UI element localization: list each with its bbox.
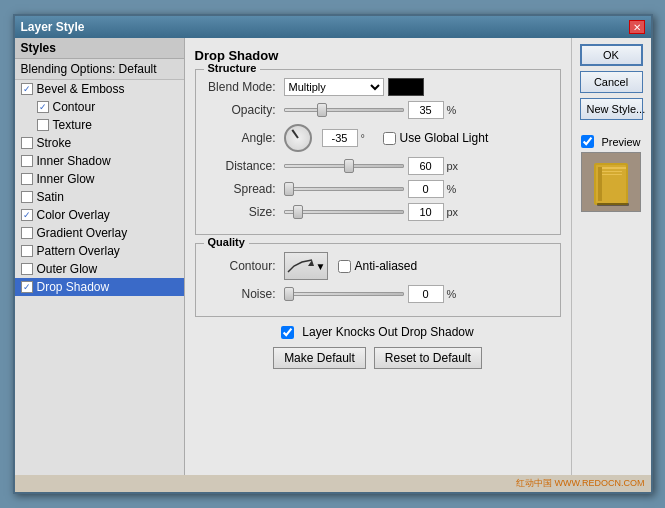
- label-inner-glow: Inner Glow: [37, 172, 95, 186]
- blend-mode-select[interactable]: Multiply: [284, 78, 384, 96]
- sidebar-item-inner-shadow[interactable]: Inner Shadow: [15, 152, 184, 170]
- label-pattern-overlay: Pattern Overlay: [37, 244, 120, 258]
- spread-input[interactable]: [408, 180, 444, 198]
- opacity-unit: %: [447, 104, 463, 116]
- size-input[interactable]: [408, 203, 444, 221]
- anti-aliased-checkbox[interactable]: [338, 260, 351, 273]
- sidebar-item-inner-glow[interactable]: Inner Glow: [15, 170, 184, 188]
- watermark: 红动中国 WWW.REDOCN.COM: [15, 475, 651, 492]
- shadow-color-swatch[interactable]: [388, 78, 424, 96]
- spread-slider[interactable]: [284, 181, 404, 197]
- bottom-buttons: Make Default Reset to Default: [195, 347, 561, 369]
- quality-group-label: Quality: [204, 236, 249, 248]
- structure-group-label: Structure: [204, 62, 261, 74]
- distance-slider[interactable]: [284, 158, 404, 174]
- use-global-light-checkbox[interactable]: [383, 132, 396, 145]
- styles-header: Styles: [15, 38, 184, 59]
- svg-rect-3: [598, 167, 602, 201]
- spread-unit: %: [447, 183, 463, 195]
- sidebar-item-color-overlay[interactable]: Color Overlay: [15, 206, 184, 224]
- contour-row: Contour: ▼ Anti-aliased: [206, 252, 550, 280]
- checkbox-bevel-emboss[interactable]: [21, 83, 33, 95]
- anti-aliased-label[interactable]: Anti-aliased: [338, 259, 418, 273]
- checkbox-drop-shadow[interactable]: [21, 281, 33, 293]
- left-panel: Styles Blending Options: Default Bevel &…: [15, 38, 185, 475]
- quality-group: Quality Contour: ▼: [195, 243, 561, 317]
- checkbox-contour[interactable]: [37, 101, 49, 113]
- opacity-label: Opacity:: [206, 103, 276, 117]
- label-contour: Contour: [53, 100, 96, 114]
- sidebar-item-drop-shadow[interactable]: Drop Shadow: [15, 278, 184, 296]
- svg-rect-6: [602, 174, 622, 175]
- label-stroke: Stroke: [37, 136, 72, 150]
- opacity-row: Opacity: %: [206, 101, 550, 119]
- label-color-overlay: Color Overlay: [37, 208, 110, 222]
- checkbox-inner-glow[interactable]: [21, 173, 33, 185]
- sidebar-item-outer-glow[interactable]: Outer Glow: [15, 260, 184, 278]
- spread-label: Spread:: [206, 182, 276, 196]
- size-unit: px: [447, 206, 463, 218]
- checkbox-stroke[interactable]: [21, 137, 33, 149]
- new-style-button[interactable]: New Style...: [580, 98, 643, 120]
- layer-knocks-row: Layer Knocks Out Drop Shadow: [195, 325, 561, 339]
- preview-checkbox[interactable]: [581, 135, 594, 148]
- label-satin: Satin: [37, 190, 64, 204]
- size-row: Size: px: [206, 203, 550, 221]
- label-inner-shadow: Inner Shadow: [37, 154, 111, 168]
- main-content: Drop Shadow Structure Blend Mode: Multip…: [195, 48, 561, 465]
- angle-unit: °: [361, 132, 377, 144]
- blending-options-item[interactable]: Blending Options: Default: [15, 59, 184, 80]
- opacity-slider[interactable]: [284, 102, 404, 118]
- right-panel: Drop Shadow Structure Blend Mode: Multip…: [185, 38, 571, 475]
- checkbox-texture[interactable]: [37, 119, 49, 131]
- contour-label: Contour:: [206, 259, 276, 273]
- use-global-light-label[interactable]: Use Global Light: [383, 131, 489, 145]
- close-button[interactable]: ✕: [629, 20, 645, 34]
- noise-row: Noise: %: [206, 285, 550, 303]
- sidebar-item-stroke[interactable]: Stroke: [15, 134, 184, 152]
- checkbox-satin[interactable]: [21, 191, 33, 203]
- noise-unit: %: [447, 288, 463, 300]
- noise-label: Noise:: [206, 287, 276, 301]
- angle-dial[interactable]: [284, 124, 312, 152]
- label-drop-shadow: Drop Shadow: [37, 280, 110, 294]
- sidebar-item-gradient-overlay[interactable]: Gradient Overlay: [15, 224, 184, 242]
- label-texture: Texture: [53, 118, 92, 132]
- checkbox-color-overlay[interactable]: [21, 209, 33, 221]
- checkbox-inner-shadow[interactable]: [21, 155, 33, 167]
- angle-input[interactable]: [322, 129, 358, 147]
- section-title: Drop Shadow: [195, 48, 561, 63]
- noise-slider[interactable]: [284, 286, 404, 302]
- cancel-button[interactable]: Cancel: [580, 71, 643, 93]
- sidebar-item-satin[interactable]: Satin: [15, 188, 184, 206]
- contour-selector[interactable]: ▼: [284, 252, 328, 280]
- sidebar-item-bevel-emboss[interactable]: Bevel & Emboss: [15, 80, 184, 98]
- label-bevel-emboss: Bevel & Emboss: [37, 82, 125, 96]
- sidebar-item-texture[interactable]: Texture: [15, 116, 184, 134]
- distance-input[interactable]: [408, 157, 444, 175]
- dialog-title: Layer Style: [21, 20, 85, 34]
- spread-row: Spread: %: [206, 180, 550, 198]
- sidebar-item-contour[interactable]: Contour: [15, 98, 184, 116]
- title-bar: Layer Style ✕: [15, 16, 651, 38]
- make-default-button[interactable]: Make Default: [273, 347, 366, 369]
- dialog-body: Styles Blending Options: Default Bevel &…: [15, 38, 651, 475]
- ok-button[interactable]: OK: [580, 44, 643, 66]
- noise-input[interactable]: [408, 285, 444, 303]
- checkbox-pattern-overlay[interactable]: [21, 245, 33, 257]
- distance-row: Distance: px: [206, 157, 550, 175]
- checkbox-gradient-overlay[interactable]: [21, 227, 33, 239]
- layer-knocks-label[interactable]: Layer Knocks Out Drop Shadow: [281, 325, 473, 339]
- layer-knocks-checkbox[interactable]: [281, 326, 294, 339]
- structure-group: Structure Blend Mode: Multiply Opacity:: [195, 69, 561, 235]
- size-slider[interactable]: [284, 204, 404, 220]
- opacity-input[interactable]: [408, 101, 444, 119]
- checkbox-outer-glow[interactable]: [21, 263, 33, 275]
- label-gradient-overlay: Gradient Overlay: [37, 226, 128, 240]
- reset-to-default-button[interactable]: Reset to Default: [374, 347, 482, 369]
- sidebar-item-pattern-overlay[interactable]: Pattern Overlay: [15, 242, 184, 260]
- actions-panel: OK Cancel New Style... Preview: [571, 38, 651, 475]
- distance-label: Distance:: [206, 159, 276, 173]
- svg-rect-7: [597, 203, 629, 206]
- label-outer-glow: Outer Glow: [37, 262, 98, 276]
